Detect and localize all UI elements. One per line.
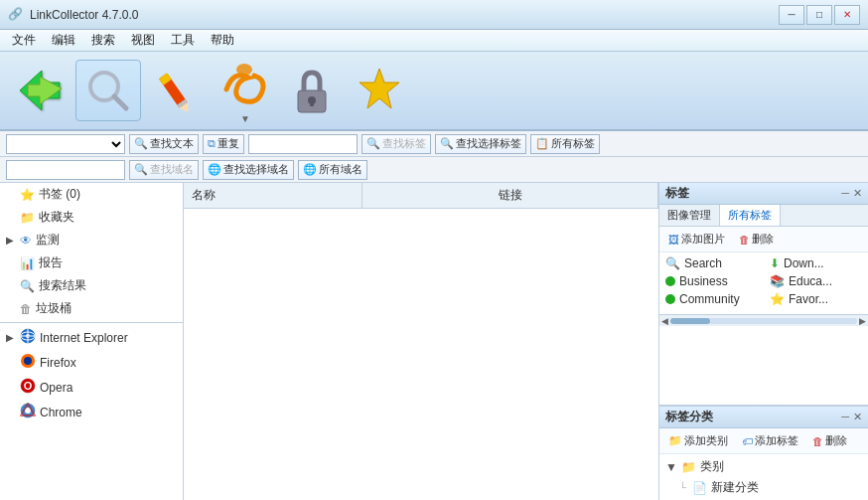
tag-education[interactable]: 📚 Educa...	[764, 272, 868, 290]
menu-edit[interactable]: 编辑	[44, 30, 83, 51]
tags-section-header: 标签 ─ ✕	[659, 183, 868, 205]
firefox-icon	[20, 353, 36, 372]
find-domain-button[interactable]: 🔍 查找域名	[129, 160, 199, 180]
domain-search-input[interactable]	[6, 160, 125, 180]
col-link: 链接	[362, 183, 658, 208]
menu-view[interactable]: 视图	[123, 30, 163, 51]
all-domains-icon: 🌐	[303, 163, 317, 176]
tag-cat-close[interactable]: ✕	[853, 411, 862, 423]
tab-image-management[interactable]: 图像管理	[659, 205, 720, 226]
tag-cat-tree: ▼ 📁 类别 └ 📄 新建分类	[659, 454, 868, 500]
scroll-left[interactable]: ◀	[661, 316, 668, 326]
app-title: LinkCollector 4.7.0.0	[30, 8, 779, 22]
filter-bar-1: 🔍 查找文本 ⧉ 重复 🔍 查找标签 🔍 查找选择标签 📋 所有标签	[0, 131, 868, 157]
find-selected-domain-button[interactable]: 🌐 查找选择域名	[203, 160, 294, 180]
tree-item-chrome[interactable]: Chrome	[0, 400, 183, 424]
star-button[interactable]	[348, 61, 411, 120]
tree-label: Firefox	[40, 356, 177, 370]
opera-icon: O	[20, 378, 36, 397]
tree-item-opera[interactable]: O Opera	[0, 375, 183, 400]
tag-favorites-icon: ⭐	[770, 292, 785, 306]
duplicate-button[interactable]: ⧉ 重复	[203, 134, 244, 154]
tag-search-icon: 🔍	[366, 137, 380, 150]
find-tag-button[interactable]: 🔍 查找标签	[362, 134, 431, 154]
tags-close[interactable]: ✕	[853, 187, 862, 200]
link-button[interactable]: ▼	[213, 56, 276, 126]
chrome-icon	[20, 403, 36, 421]
minimize-button[interactable]: ─	[779, 5, 804, 25]
tag-search[interactable]: 🔍 Search	[659, 254, 764, 272]
cat-new-category[interactable]: └ 📄 新建分类	[659, 477, 868, 498]
svg-point-19	[24, 357, 32, 365]
tags-tabs: 图像管理 所有标签	[659, 205, 868, 227]
tag-community-dot	[665, 294, 675, 304]
tag-download[interactable]: ⬇ Down...	[764, 254, 868, 272]
add-tag-button[interactable]: 🏷 添加标签	[737, 431, 803, 450]
tree-label: Internet Explorer	[40, 331, 177, 345]
svg-marker-12	[360, 69, 399, 108]
tree-item-bookmarks[interactable]: ⭐ 书签 (0)	[0, 183, 183, 206]
link-dropdown-arrow[interactable]: ▼	[240, 113, 250, 124]
tree-item-favorites[interactable]: 📁 收藏夹	[0, 206, 183, 229]
tab-all-tags[interactable]: 所有标签	[720, 205, 781, 226]
tree-label: 报告	[39, 254, 177, 271]
search-results-icon: 🔍	[20, 279, 35, 293]
right-panel: 标签 ─ ✕ 图像管理 所有标签 🖼 添加图片 🗑 删除	[659, 183, 868, 500]
delete-tag-icon: 🗑	[739, 234, 750, 246]
maximize-button[interactable]: □	[806, 5, 832, 25]
tree-item-ie[interactable]: ▶ e Internet Explorer	[0, 325, 183, 350]
add-image-button[interactable]: 🖼 添加图片	[663, 230, 730, 249]
tag-category-section: 标签分类 ─ ✕ 📁 添加类别 🏷 添加标签 🗑 删除	[659, 406, 868, 500]
close-button[interactable]: ✕	[834, 5, 860, 25]
find-selected-tag-button[interactable]: 🔍 查找选择标签	[435, 134, 526, 154]
tree-label: 搜索结果	[39, 277, 177, 294]
tree-label: 监测	[36, 232, 177, 249]
tag-business[interactable]: Business	[659, 272, 764, 290]
add-category-button[interactable]: 📁 添加类别	[663, 431, 733, 450]
svg-text:O: O	[24, 380, 33, 392]
all-tags-icon: 📋	[535, 137, 549, 150]
edit-button[interactable]	[145, 61, 209, 120]
tags-toolbar: 🖼 添加图片 🗑 删除	[659, 227, 868, 252]
tag-community[interactable]: Community	[659, 290, 764, 308]
all-domains-button[interactable]: 🌐 所有域名	[298, 160, 367, 180]
tag-search-icon: 🔍	[665, 256, 680, 270]
tree-item-firefox[interactable]: Firefox	[0, 350, 183, 375]
tree-item-report[interactable]: 📊 报告	[0, 251, 183, 274]
tag-search-input[interactable]	[248, 134, 358, 154]
tags-minimize[interactable]: ─	[841, 187, 849, 200]
tree-label: Opera	[40, 381, 177, 395]
cat-root[interactable]: ▼ 📁 类别	[659, 456, 868, 477]
delete-tag-button[interactable]: 🗑 删除	[734, 230, 779, 249]
find-text-button[interactable]: 🔍 查找文本	[129, 134, 199, 154]
tree-item-monitor[interactable]: ▶ 👁 监测	[0, 229, 183, 251]
back-button[interactable]	[8, 61, 72, 120]
tags-section: 标签 ─ ✕ 图像管理 所有标签 🖼 添加图片 🗑 删除	[659, 183, 868, 406]
tag-cat-minimize[interactable]: ─	[841, 411, 849, 423]
menu-tools[interactable]: 工具	[163, 30, 203, 51]
menu-search[interactable]: 搜索	[83, 30, 123, 51]
report-icon: 📊	[20, 256, 35, 270]
all-tags-button[interactable]: 📋 所有标签	[530, 134, 600, 154]
add-image-icon: 🖼	[668, 234, 679, 246]
monitor-icon: 👁	[20, 234, 32, 248]
menu-file[interactable]: 文件	[4, 30, 44, 51]
lock-button[interactable]	[280, 61, 344, 120]
tree-label: 收藏夹	[39, 209, 177, 226]
filter-select[interactable]	[6, 134, 125, 154]
trash-icon: 🗑	[20, 302, 32, 316]
search-tool-button[interactable]	[75, 60, 141, 121]
menu-help[interactable]: 帮助	[203, 30, 242, 51]
list-header: 名称 链接	[184, 183, 658, 209]
tree-item-trash[interactable]: 🗑 垃圾桶	[0, 297, 183, 320]
tag-favorites[interactable]: ⭐ Favor...	[764, 290, 868, 308]
tree-item-search-results[interactable]: 🔍 搜索结果	[0, 274, 183, 297]
col-name: 名称	[184, 183, 362, 208]
tag-selected-icon: 🔍	[440, 137, 454, 150]
delete-cat-button[interactable]: 🗑 删除	[807, 431, 852, 450]
link-icon	[217, 58, 272, 113]
domain-selected-icon: 🌐	[208, 163, 221, 176]
scroll-right[interactable]: ▶	[859, 316, 866, 326]
scroll-thumb	[670, 318, 710, 324]
tags-scrollbar[interactable]: ◀ ▶	[659, 314, 868, 326]
